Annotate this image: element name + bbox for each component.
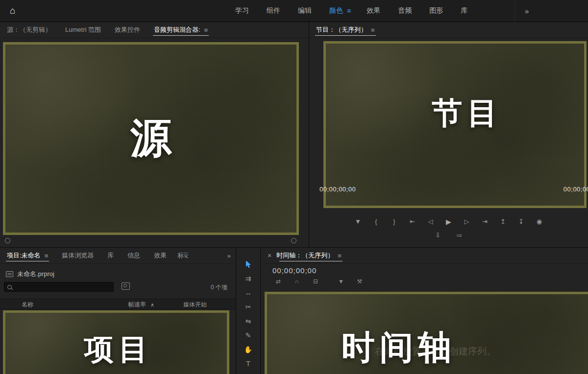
pen-tool[interactable]: ✎ bbox=[241, 330, 256, 340]
workspace-menu-icon[interactable]: ≡ bbox=[347, 7, 358, 15]
source-tabbar: 源：（无剪辑） Lumetri 范围 效果控件 音频剪辑混合器: ≡ bbox=[0, 22, 309, 38]
program-duration-timecode: 00;00;00;00 bbox=[564, 186, 588, 193]
type-tool[interactable]: T bbox=[241, 359, 256, 369]
project-search-box bbox=[4, 282, 114, 292]
project-tabbar: 项目:未命名 ≡ 媒体浏览器 库 信息 效果 标记 » bbox=[0, 248, 236, 264]
hand-tool[interactable]: ✋ bbox=[241, 345, 256, 354]
search-input[interactable] bbox=[15, 283, 110, 291]
panel-menu-icon[interactable]: ≡ bbox=[338, 252, 342, 259]
project-tab-overflow-icon[interactable]: » bbox=[222, 248, 236, 263]
transport-extra-right-icon[interactable]: ⇨ bbox=[456, 232, 464, 239]
workspace-nav: 学习 组件 编辑 颜色 ≡ 效果 音频 图形 库 bbox=[226, 0, 476, 22]
source-preview-label: 源 bbox=[125, 111, 176, 166]
project-file-row[interactable]: 未命名.prproj bbox=[0, 269, 236, 279]
tab-program-label: 节目：（无序列） bbox=[316, 25, 367, 34]
project-item-count: 0 个项 bbox=[211, 283, 227, 292]
workspace-overflow-icon[interactable]: » bbox=[514, 0, 529, 22]
workspace-tab-effects[interactable]: 效果 bbox=[358, 6, 389, 15]
column-framerate[interactable]: 帧速率 ∧ bbox=[128, 301, 154, 309]
project-preview: 项目 bbox=[3, 310, 229, 374]
tab-source-clip[interactable]: 源：（无剪辑） bbox=[0, 22, 58, 38]
track-select-forward-tool[interactable]: ⇉ bbox=[241, 274, 256, 283]
razor-tool[interactable]: ✂ bbox=[241, 302, 256, 312]
ripple-edit-tool[interactable]: ↔ bbox=[241, 288, 256, 298]
workspace-tab-assembly[interactable]: 组件 bbox=[258, 6, 289, 15]
export-frame-icon[interactable]: ◉ bbox=[536, 218, 543, 226]
program-transport-extra: ⇩ ⇨ bbox=[309, 232, 588, 239]
go-to-in-icon[interactable]: ⇤ bbox=[409, 218, 416, 226]
workspace-tab-audio[interactable]: 音频 bbox=[389, 6, 420, 15]
extract-icon[interactable]: ↧ bbox=[517, 218, 525, 226]
program-preview-label: 节目 bbox=[427, 93, 503, 134]
tab-lumetri-scopes[interactable]: Lumetri 范围 bbox=[58, 22, 108, 38]
timeline-preview-label: 时间轴 bbox=[342, 326, 456, 370]
program-current-timecode[interactable]: 00;00;00;00 bbox=[319, 186, 356, 193]
program-monitor-preview: 节目 bbox=[323, 41, 587, 208]
step-forward-icon[interactable]: ▷ bbox=[463, 218, 471, 226]
tab-timeline-label: 时间轴：（无序列） bbox=[276, 251, 334, 260]
workspace-tab-learning[interactable]: 学习 bbox=[226, 6, 258, 15]
tab-markers-truncated[interactable]: 标记 bbox=[173, 248, 188, 263]
project-file-name: 未命名.prproj bbox=[17, 270, 54, 279]
selection-tool[interactable] bbox=[241, 259, 256, 269]
tab-effects[interactable]: 效果 bbox=[147, 248, 173, 263]
search-bin-icon[interactable] bbox=[122, 282, 130, 290]
step-back-icon[interactable]: ◁ bbox=[427, 218, 435, 226]
tab-audio-clip-mixer[interactable]: 音频剪辑混合器: ≡ bbox=[147, 22, 215, 38]
tab-program[interactable]: 节目：（无序列） ≡ bbox=[309, 22, 382, 38]
zoom-scroll-knob-right[interactable] bbox=[291, 238, 296, 243]
slip-tool[interactable]: ⇋ bbox=[241, 316, 256, 326]
tab-info[interactable]: 信息 bbox=[121, 248, 147, 263]
close-panel-icon[interactable]: × bbox=[261, 252, 273, 259]
linked-selection-icon[interactable]: ⊟ bbox=[312, 278, 319, 285]
sort-ascending-icon: ∧ bbox=[150, 302, 154, 307]
timeline-settings-icon[interactable]: ⚒ bbox=[356, 278, 364, 285]
tab-libraries[interactable]: 库 bbox=[100, 248, 121, 263]
insert-overwrite-sequence-icon[interactable]: ⇄ bbox=[274, 278, 282, 285]
workspace-bar: ⌂ 学习 组件 编辑 颜色 ≡ 效果 音频 图形 库 » bbox=[0, 0, 588, 22]
timeline-timecode[interactable]: 00;00;00;00 bbox=[272, 266, 317, 275]
tab-media-browser[interactable]: 媒体浏览器 bbox=[55, 248, 100, 263]
tab-project[interactable]: 项目:未命名 ≡ bbox=[0, 248, 55, 263]
column-media-start[interactable]: 媒体开始 bbox=[183, 301, 207, 309]
mark-in-icon[interactable]: { bbox=[372, 218, 380, 226]
toolbar: ⇉ ↔ ✂ ⇋ ✎ ✋ T bbox=[236, 248, 260, 369]
home-icon[interactable]: ⌂ bbox=[10, 0, 15, 22]
workspace-tab-editing[interactable]: 编辑 bbox=[289, 6, 320, 15]
transport-extra-left-icon[interactable]: ⇩ bbox=[434, 232, 442, 239]
timeline-drop-area[interactable]: 在此处放置媒体以创建序列。 时间轴 bbox=[265, 292, 588, 374]
program-transport-controls: ▼ { } ⇤ ◁ ▶ ▷ ⇥ ↥ ↧ ◉ bbox=[309, 218, 588, 226]
go-to-out-icon[interactable]: ⇥ bbox=[481, 218, 489, 226]
tab-project-label: 项目:未命名 bbox=[7, 251, 41, 260]
workspace-tab-graphics[interactable]: 图形 bbox=[420, 6, 452, 15]
tab-audio-clip-mixer-label: 音频剪辑混合器: bbox=[154, 25, 200, 34]
add-marker-icon[interactable]: ▼ bbox=[337, 278, 345, 285]
program-monitor-panel: 节目：（无序列） ≡ 节目 00;00;00;00 00;00;00;00 ▼ … bbox=[309, 22, 588, 247]
tab-effect-controls[interactable]: 效果控件 bbox=[108, 22, 147, 38]
project-file-icon bbox=[6, 271, 13, 277]
tools-panel: ⇉ ↔ ✂ ⇋ ✎ ✋ T bbox=[236, 248, 260, 374]
tab-timeline[interactable]: 时间轴：（无序列） ≡ bbox=[273, 248, 348, 263]
play-icon[interactable]: ▶ bbox=[445, 218, 453, 226]
panel-menu-icon[interactable]: ≡ bbox=[371, 26, 375, 34]
project-column-headers: 名称 帧速率 ∧ 媒体开始 bbox=[0, 299, 236, 309]
panel-menu-icon[interactable]: ≡ bbox=[45, 252, 49, 259]
project-panel: 项目:未命名 ≡ 媒体浏览器 库 信息 效果 标记 » 未命名.prproj 0… bbox=[0, 248, 236, 374]
mark-out-icon[interactable]: } bbox=[391, 218, 398, 226]
lift-icon[interactable]: ↥ bbox=[499, 218, 507, 226]
snap-icon[interactable]: ∩ bbox=[293, 278, 301, 285]
cursor-arrow-icon bbox=[245, 260, 251, 268]
workspace-tab-color[interactable]: 颜色 bbox=[320, 6, 347, 15]
zoom-scroll-knob-left[interactable] bbox=[5, 238, 10, 243]
program-tabbar: 节目：（无序列） ≡ bbox=[309, 22, 588, 38]
source-monitor-panel: 源：（无剪辑） Lumetri 范围 效果控件 音频剪辑混合器: ≡ 源 bbox=[0, 22, 309, 247]
premiere-workspace: ⌂ 学习 组件 编辑 颜色 ≡ 效果 音频 图形 库 » 源：（无剪辑） Lum… bbox=[0, 0, 588, 374]
project-preview-label: 项目 bbox=[79, 330, 153, 370]
workspace-tab-libraries[interactable]: 库 bbox=[452, 6, 476, 15]
add-marker-icon[interactable]: ▼ bbox=[354, 218, 362, 226]
source-monitor-preview: 源 bbox=[3, 42, 299, 235]
timeline-tabbar: × 时间轴：（无序列） ≡ bbox=[261, 248, 588, 264]
panel-menu-icon[interactable]: ≡ bbox=[204, 26, 208, 34]
column-name[interactable]: 名称 bbox=[22, 301, 33, 309]
timeline-toolbar: ⇄ ∩ ⊟ ▼ ⚒ bbox=[274, 278, 364, 285]
